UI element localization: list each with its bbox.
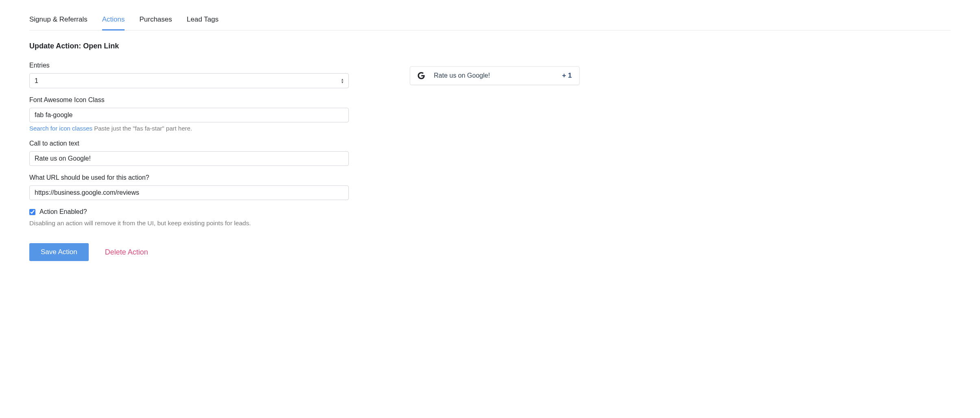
- preview-text: Rate us on Google!: [434, 72, 490, 79]
- tabs-nav: Signup & Referrals Actions Purchases Lea…: [29, 12, 951, 30]
- entries-label: Entries: [29, 62, 349, 69]
- cta-label: Call to action text: [29, 140, 349, 147]
- google-icon: [418, 72, 425, 79]
- page-title: Update Action: Open Link: [29, 42, 349, 50]
- icon-class-label: Font Awesome Icon Class: [29, 96, 349, 104]
- enabled-note: Disabling an action will remove it from …: [29, 220, 349, 227]
- delete-button[interactable]: Delete Action: [105, 248, 148, 257]
- stepper-icon[interactable]: ▴▾: [341, 78, 343, 84]
- cta-input[interactable]: [29, 151, 349, 166]
- preview-card[interactable]: Rate us on Google! + 1: [410, 66, 580, 85]
- button-row: Save Action Delete Action: [29, 243, 349, 261]
- url-label: What URL should be used for this action?: [29, 174, 349, 181]
- entries-value: 1: [35, 77, 38, 85]
- preview-column: Rate us on Google! + 1: [410, 42, 580, 85]
- field-url: What URL should be used for this action?: [29, 174, 349, 200]
- tab-purchases[interactable]: Purchases: [139, 12, 172, 30]
- tab-signup-referrals[interactable]: Signup & Referrals: [29, 12, 88, 30]
- url-input[interactable]: [29, 185, 349, 200]
- entries-input[interactable]: 1 ▴▾: [29, 73, 349, 88]
- field-cta: Call to action text: [29, 140, 349, 166]
- enabled-checkbox[interactable]: [29, 209, 35, 215]
- icon-class-helper: Paste just the "fas fa-star" part here.: [92, 125, 192, 132]
- search-icon-classes-link[interactable]: Search for icon classes: [29, 125, 92, 132]
- field-entries: Entries 1 ▴▾: [29, 62, 349, 88]
- preview-points: + 1: [562, 72, 572, 80]
- field-icon-class: Font Awesome Icon Class Search for icon …: [29, 96, 349, 132]
- form-column: Update Action: Open Link Entries 1 ▴▾ Fo…: [29, 42, 349, 261]
- tab-lead-tags[interactable]: Lead Tags: [187, 12, 219, 30]
- tab-actions[interactable]: Actions: [102, 12, 125, 30]
- icon-class-input[interactable]: [29, 108, 349, 122]
- enabled-label: Action Enabled?: [39, 208, 87, 216]
- save-button[interactable]: Save Action: [29, 243, 89, 261]
- field-enabled: Action Enabled?: [29, 208, 349, 216]
